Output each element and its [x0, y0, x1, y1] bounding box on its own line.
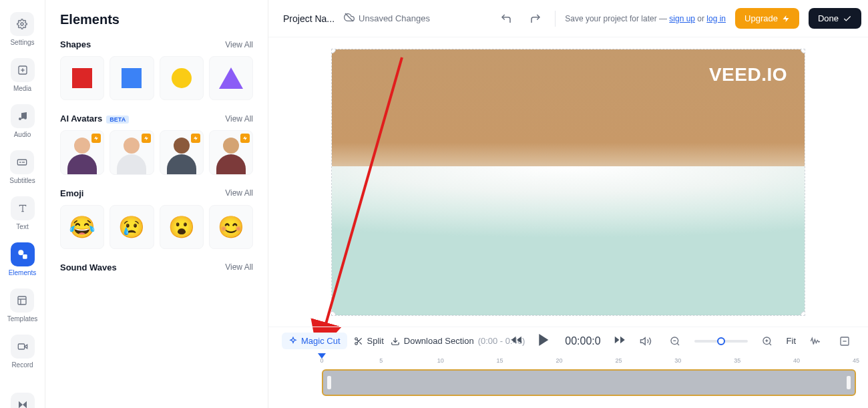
- rail-elements[interactable]: Elements: [9, 242, 37, 276]
- avatar-1[interactable]: [60, 130, 104, 174]
- rail-label: Templates: [7, 315, 38, 323]
- emoji-cry[interactable]: 😢: [110, 205, 154, 249]
- svg-marker-24: [194, 136, 198, 141]
- svg-line-46: [769, 343, 771, 345]
- clip-handle-right[interactable]: [847, 376, 851, 389]
- main-area: Project Na... Unsaved Changes Save your …: [268, 0, 868, 408]
- resize-handle-tr[interactable]: [801, 49, 805, 53]
- timeline-ruler[interactable]: 0 5 10 15 20 25 30 35 40 45: [322, 355, 861, 368]
- done-button[interactable]: Done: [809, 8, 861, 29]
- resize-handle-mr[interactable]: [805, 176, 805, 189]
- signup-link[interactable]: sign up: [669, 14, 695, 23]
- elements-panel: Elements Shapes View All AI AvatarsBETA …: [45, 0, 268, 408]
- undo-button[interactable]: [496, 9, 516, 29]
- svg-point-30: [355, 337, 357, 340]
- zoom-slider[interactable]: [694, 340, 748, 343]
- download-icon: [391, 337, 400, 346]
- svg-marker-40: [615, 336, 620, 343]
- shape-square-red[interactable]: [60, 56, 104, 100]
- rail-subtitles[interactable]: Subtitles: [9, 150, 35, 184]
- rail-templates[interactable]: Templates: [7, 288, 38, 323]
- svg-rect-12: [23, 254, 27, 259]
- svg-marker-22: [94, 136, 98, 141]
- settings-button[interactable]: [835, 331, 855, 351]
- svg-marker-38: [539, 334, 548, 346]
- save-message: Save your project for later — sign up or…: [565, 14, 726, 23]
- play-button[interactable]: [535, 332, 552, 351]
- bolt-icon: [91, 134, 101, 143]
- split-button[interactable]: Split: [354, 336, 384, 346]
- magic-cut-button[interactable]: Magic Cut: [282, 333, 347, 349]
- rail-transitions[interactable]: [11, 393, 35, 408]
- rail-label: Audio: [14, 131, 31, 138]
- rail-record[interactable]: Record: [11, 335, 35, 369]
- shape-triangle-purple[interactable]: [209, 56, 253, 100]
- upgrade-button[interactable]: Upgrade: [735, 8, 799, 29]
- emoji-wow[interactable]: 😮: [160, 205, 204, 249]
- redo-button[interactable]: [525, 9, 546, 29]
- svg-marker-37: [517, 336, 521, 343]
- emoji-joy[interactable]: 😂: [60, 205, 104, 249]
- forward-button[interactable]: [614, 334, 626, 349]
- svg-rect-16: [18, 344, 24, 349]
- download-section-button[interactable]: Download Section(0:00 - 0:46): [391, 336, 525, 346]
- svg-line-34: [357, 339, 358, 341]
- svg-line-33: [359, 342, 361, 344]
- avatars-title: AI AvatarsBETA: [60, 114, 129, 124]
- transition-icon: [11, 393, 35, 408]
- login-link[interactable]: log in: [706, 14, 726, 23]
- soundwaves-section: Sound Waves View All: [60, 262, 253, 279]
- rail-media[interactable]: Media: [11, 58, 35, 92]
- rail-audio[interactable]: Audio: [11, 104, 35, 138]
- volume-button[interactable]: [636, 331, 656, 351]
- svg-marker-39: [620, 336, 625, 343]
- video-frame[interactable]: VEED.IO: [331, 49, 805, 316]
- plus-icon: [11, 58, 35, 82]
- svg-marker-18: [19, 401, 23, 408]
- shapes-section: Shapes View All: [60, 39, 253, 100]
- timeline[interactable]: 0 5 10 15 20 25 30 35 40 45: [268, 355, 868, 408]
- zoom-in-button[interactable]: [757, 331, 777, 351]
- resize-handle-ml[interactable]: [331, 176, 332, 189]
- svg-marker-25: [243, 136, 247, 141]
- svg-point-4: [19, 118, 21, 120]
- resize-handle-br[interactable]: [801, 311, 805, 316]
- soundwaves-view-all[interactable]: View All: [225, 262, 253, 272]
- rail-label: Settings: [10, 39, 34, 46]
- topbar: Project Na... Unsaved Changes Save your …: [268, 0, 868, 37]
- shapes-view-all[interactable]: View All: [225, 40, 253, 49]
- avatar-4[interactable]: [209, 130, 253, 174]
- rail-label: Record: [11, 361, 33, 369]
- svg-marker-36: [511, 336, 516, 343]
- camera-icon: [11, 335, 35, 359]
- templates-icon: [10, 288, 34, 313]
- svg-point-31: [355, 342, 357, 345]
- panel-title: Elements: [60, 12, 253, 27]
- rail-label: Subtitles: [9, 177, 35, 184]
- rail-text[interactable]: Text: [11, 196, 35, 230]
- svg-marker-27: [783, 15, 789, 22]
- avatars-section: AI AvatarsBETA View All: [60, 114, 253, 174]
- canvas-area[interactable]: VEED.IO: [268, 37, 868, 327]
- rail-settings[interactable]: Settings: [10, 12, 34, 46]
- svg-rect-13: [18, 296, 26, 304]
- shape-square-blue[interactable]: [110, 56, 154, 100]
- avatars-view-all[interactable]: View All: [225, 114, 253, 124]
- shape-circle-yellow[interactable]: [160, 56, 204, 100]
- avatar-2[interactable]: [110, 130, 154, 174]
- fit-button[interactable]: Fit: [787, 336, 796, 346]
- emoji-view-all[interactable]: View All: [225, 188, 253, 198]
- emoji-title: Emoji: [60, 188, 83, 198]
- rewind-button[interactable]: [510, 334, 522, 349]
- project-name[interactable]: Project Na...: [283, 13, 335, 24]
- timeline-clip[interactable]: [322, 369, 856, 396]
- playback-controls: 00:00:0: [510, 332, 626, 351]
- clip-handle-left[interactable]: [327, 376, 331, 389]
- zoom-out-button[interactable]: [665, 331, 685, 351]
- avatar-3[interactable]: [160, 130, 204, 174]
- emoji-blush[interactable]: 😊: [209, 205, 253, 249]
- svg-line-26: [345, 13, 353, 21]
- video-content: [332, 49, 805, 315]
- waveform-button[interactable]: [805, 331, 825, 351]
- zoom-thumb[interactable]: [717, 337, 725, 345]
